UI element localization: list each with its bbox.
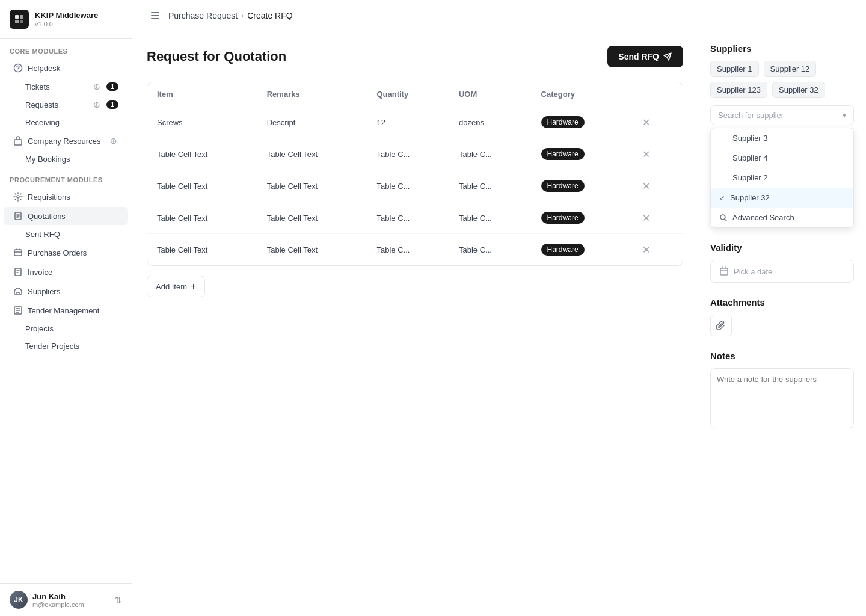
company-resources-add-icon[interactable]: ⊕: [109, 136, 118, 146]
validity-section: Validity Pick a date: [710, 242, 854, 283]
my-bookings-label: My Bookings: [25, 155, 118, 164]
svg-rect-13: [151, 15, 159, 16]
content-area: Request for Quotation Send RFQ Item Rema…: [132, 31, 866, 616]
company-resources-icon: [13, 136, 23, 146]
sidebar-item-requisitions[interactable]: Requisitions: [4, 188, 128, 206]
sidebar-item-tender-projects[interactable]: Tender Projects: [4, 338, 128, 354]
remove-row-button-3[interactable]: ✕: [639, 211, 654, 225]
user-name: Jun Kaih: [32, 592, 84, 601]
cell-uom-2: Table C...: [449, 170, 532, 202]
attachments-title: Attachments: [710, 297, 854, 307]
add-item-plus-icon: +: [191, 281, 196, 292]
send-rfq-button[interactable]: Send RFQ: [607, 46, 683, 67]
calendar-icon: [719, 266, 729, 276]
sidebar-item-suppliers[interactable]: Suppliers: [4, 282, 128, 300]
quotations-icon: [13, 211, 23, 221]
notes-textarea[interactable]: [710, 368, 854, 428]
svg-point-4: [14, 64, 22, 72]
svg-rect-6: [14, 140, 22, 145]
cell-remove-3: ✕: [630, 202, 683, 234]
add-item-button[interactable]: Add Item +: [147, 276, 205, 297]
svg-rect-2: [15, 20, 19, 23]
sidebar-toggle-icon[interactable]: [147, 7, 164, 24]
date-placeholder: Pick a date: [734, 267, 772, 276]
breadcrumb-parent[interactable]: Purchase Request: [168, 11, 238, 20]
attachments-section: Attachments: [710, 297, 854, 336]
sidebar-item-company-resources[interactable]: Company Resources ⊕: [4, 132, 128, 150]
cell-quantity-4: Table C...: [367, 234, 449, 266]
cell-category-1: Hardware: [532, 138, 630, 170]
supplier-dropdown-item[interactable]: Supplier 2: [711, 168, 853, 188]
cell-uom-0: dozens: [449, 106, 532, 138]
cell-remove-2: ✕: [630, 170, 683, 202]
app-version: v1.0.0: [35, 20, 98, 28]
sidebar-item-helpdesk[interactable]: Helpdesk: [4, 59, 128, 77]
cell-quantity-1: Table C...: [367, 138, 449, 170]
remove-row-button-1[interactable]: ✕: [639, 147, 654, 161]
user-settings-icon[interactable]: ⇅: [115, 595, 122, 605]
sidebar: KKIP Middleware v1.0.0 Core Modules Help…: [0, 0, 132, 616]
supplier-tag[interactable]: Supplier 32: [772, 82, 825, 98]
tender-management-label: Tender Management: [28, 306, 118, 315]
tickets-badge: 1: [106, 82, 118, 91]
supplier-dropdown-item[interactable]: Supplier 3: [711, 128, 853, 148]
breadcrumb-chevron: ›: [241, 11, 244, 20]
notes-section: Notes: [710, 351, 854, 430]
cell-remove-0: ✕: [630, 106, 683, 138]
svg-rect-16: [720, 268, 728, 275]
supplier-tag[interactable]: Supplier 1: [710, 61, 759, 77]
right-panel: Suppliers Supplier 1Supplier 12Supplier …: [698, 31, 866, 616]
purchase-orders-label: Purchase Orders: [28, 248, 118, 257]
purchase-orders-icon: [13, 248, 23, 257]
search-supplier-input[interactable]: Search for supplier ▾: [710, 105, 854, 125]
helpdesk-icon: [13, 63, 23, 73]
sidebar-item-invoice[interactable]: Invoice: [4, 263, 128, 281]
tickets-label: Tickets: [25, 82, 87, 91]
supplier-tags: Supplier 1Supplier 12Supplier 123Supplie…: [710, 61, 854, 98]
remove-row-button-2[interactable]: ✕: [639, 179, 654, 193]
advanced-search-item[interactable]: Advanced Search: [711, 208, 853, 227]
sidebar-item-tender-management[interactable]: Tender Management: [4, 301, 128, 319]
svg-point-7: [17, 196, 19, 198]
cell-quantity-2: Table C...: [367, 170, 449, 202]
tender-management-icon: [13, 306, 23, 315]
sidebar-item-sent-rfq[interactable]: Sent RFQ: [4, 226, 128, 242]
col-category: Category: [532, 82, 630, 106]
search-icon: [719, 214, 728, 222]
supplier-tag[interactable]: Supplier 12: [764, 61, 817, 77]
supplier-dropdown-item[interactable]: Supplier 4: [711, 148, 853, 168]
sidebar-item-my-bookings[interactable]: My Bookings: [4, 151, 128, 167]
requests-add-icon[interactable]: ⊕: [92, 100, 102, 109]
supplier-tag[interactable]: Supplier 123: [710, 82, 767, 98]
check-icon: ✓: [719, 194, 725, 202]
remove-row-button-4[interactable]: ✕: [639, 242, 654, 257]
sidebar-item-requests[interactable]: Requests ⊕ 1: [4, 96, 128, 113]
table-row: Table Cell Text Table Cell Text Table C.…: [147, 170, 683, 202]
requisitions-label: Requisitions: [28, 192, 118, 202]
paperclip-icon: [716, 321, 726, 330]
remove-row-button-0[interactable]: ✕: [639, 115, 654, 129]
cell-item-3: Table Cell Text: [147, 202, 257, 234]
sidebar-item-purchase-orders[interactable]: Purchase Orders: [4, 244, 128, 262]
supplier-dropdown-item[interactable]: ✓Supplier 32: [711, 188, 853, 208]
sidebar-item-quotations[interactable]: Quotations: [4, 207, 128, 225]
search-supplier-chevron: ▾: [843, 111, 846, 120]
supplier-dropdown: Supplier 3Supplier 4Supplier 2✓Supplier …: [710, 128, 854, 228]
cell-remarks-3: Table Cell Text: [257, 202, 367, 234]
sidebar-item-projects[interactable]: Projects: [4, 321, 128, 337]
col-item: Item: [147, 82, 257, 106]
tickets-add-icon[interactable]: ⊕: [92, 82, 102, 91]
cell-item-4: Table Cell Text: [147, 234, 257, 266]
sidebar-item-tickets[interactable]: Tickets ⊕ 1: [4, 78, 128, 95]
date-picker-button[interactable]: Pick a date: [710, 260, 854, 283]
svg-point-5: [17, 70, 19, 71]
attachment-button[interactable]: [710, 315, 732, 336]
sidebar-item-receiving[interactable]: Receiving: [4, 114, 128, 131]
table-row: Table Cell Text Table Cell Text Table C.…: [147, 138, 683, 170]
cell-quantity-3: Table C...: [367, 202, 449, 234]
cell-quantity-0: 12: [367, 106, 449, 138]
sent-rfq-label: Sent RFQ: [25, 230, 118, 239]
cell-category-0: Hardware: [532, 106, 630, 138]
app-name: KKIP Middleware: [35, 11, 98, 21]
svg-rect-3: [20, 20, 23, 23]
